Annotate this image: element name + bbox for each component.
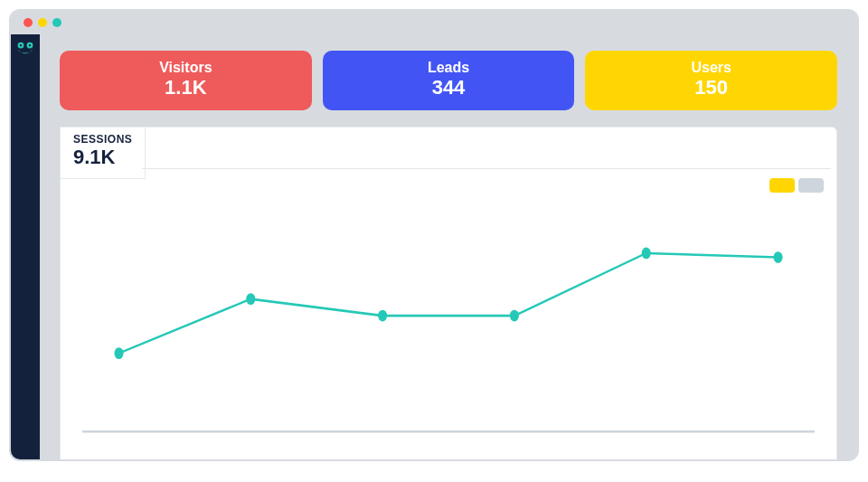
card-label: Leads xyxy=(323,60,575,76)
sessions-tab[interactable]: SESSIONS 9.1K xyxy=(60,127,146,179)
minimize-icon[interactable] xyxy=(38,18,47,27)
chart-point xyxy=(114,347,123,359)
sessions-panel: SESSIONS 9.1K xyxy=(60,127,837,459)
chart-point xyxy=(773,251,782,263)
card-visitors[interactable]: Visitors 1.1K xyxy=(60,51,312,110)
close-icon[interactable] xyxy=(24,18,33,27)
summary-cards: Visitors 1.1K Leads 344 Users 150 xyxy=(60,51,837,110)
card-label: Users xyxy=(585,60,837,76)
app-body: Visitors 1.1K Leads 344 Users 150 SESSIO… xyxy=(11,34,857,459)
chart-point xyxy=(642,248,651,260)
sessions-value: 9.1K xyxy=(73,146,132,169)
browser-window: Visitors 1.1K Leads 344 Users 150 SESSIO… xyxy=(9,9,859,461)
chart-point xyxy=(378,310,387,322)
maximize-icon[interactable] xyxy=(52,18,61,27)
sidebar xyxy=(11,34,40,459)
chart-point xyxy=(246,293,255,305)
card-value: 344 xyxy=(323,76,575,99)
card-value: 1.1K xyxy=(60,76,312,99)
card-users[interactable]: Users 150 xyxy=(585,51,837,110)
legend-swatch-inactive[interactable] xyxy=(798,178,824,193)
card-label: Visitors xyxy=(60,60,312,76)
chart-legend xyxy=(769,178,824,193)
legend-swatch-active[interactable] xyxy=(769,178,795,193)
chart-point xyxy=(510,310,519,322)
window-controls xyxy=(11,11,857,34)
card-value: 150 xyxy=(585,76,837,99)
tab-underline xyxy=(142,168,831,169)
chart-line xyxy=(119,253,778,354)
logo-icon xyxy=(16,42,34,58)
card-leads[interactable]: Leads 344 xyxy=(323,51,575,110)
main-content: Visitors 1.1K Leads 344 Users 150 SESSIO… xyxy=(40,34,857,459)
svg-point-2 xyxy=(20,44,22,46)
sessions-label: SESSIONS xyxy=(73,133,132,146)
svg-point-3 xyxy=(29,44,31,46)
sessions-chart xyxy=(82,200,815,443)
